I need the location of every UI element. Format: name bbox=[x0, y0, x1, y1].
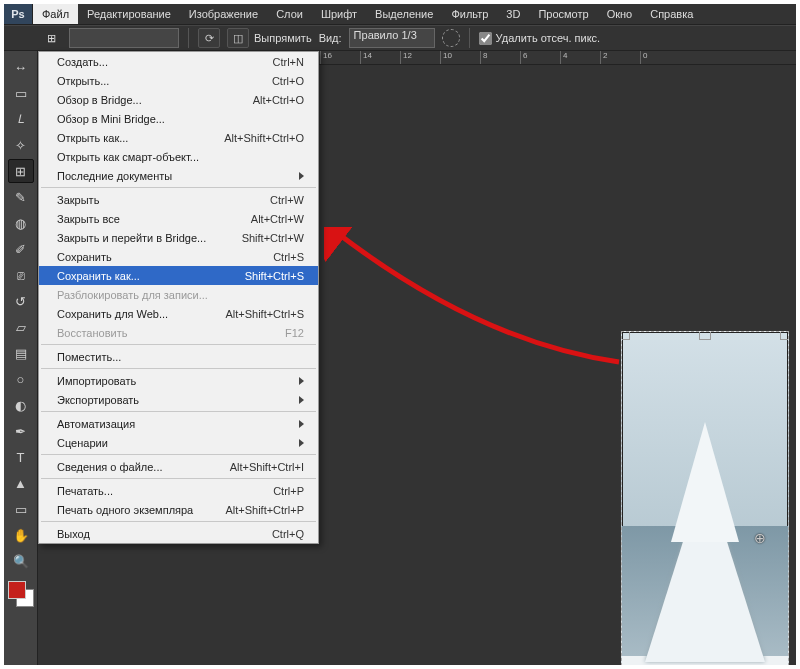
menu-шрифт[interactable]: Шрифт bbox=[312, 4, 366, 24]
app-window: Ps ФайлРедактированиеИзображениеСлоиШриф… bbox=[4, 4, 796, 665]
menu-item-label: Печатать... bbox=[57, 485, 273, 497]
settings-gear-icon[interactable] bbox=[442, 29, 460, 47]
menubar: Ps ФайлРедактированиеИзображениеСлоиШриф… bbox=[4, 4, 796, 25]
submenu-arrow-icon bbox=[299, 396, 304, 404]
menu-item-shortcut: Alt+Shift+Ctrl+I bbox=[230, 461, 304, 473]
file-menu-item[interactable]: Печатать...Ctrl+P bbox=[39, 481, 318, 500]
menu-item-shortcut: Alt+Ctrl+W bbox=[251, 213, 304, 225]
move-tool[interactable]: ↔ bbox=[8, 55, 34, 79]
delete-cropped-checkbox[interactable]: Удалить отсеч. пикс. bbox=[479, 32, 601, 45]
menu-item-shortcut: Ctrl+P bbox=[273, 485, 304, 497]
lasso-tool[interactable]: 𝘓 bbox=[8, 107, 34, 131]
workspace: ↔▭𝘓✧⊞✎◍✐⎚↺▱▤○◐✒T▲▭✋🔍 1614121086420 Созда… bbox=[4, 51, 796, 665]
straighten-icon[interactable]: ◫ bbox=[227, 28, 249, 48]
file-menu-item[interactable]: Сведения о файле...Alt+Shift+Ctrl+I bbox=[39, 457, 318, 476]
menu-item-label: Открыть как смарт-объект... bbox=[57, 151, 304, 163]
tool-panel: ↔▭𝘓✧⊞✎◍✐⎚↺▱▤○◐✒T▲▭✋🔍 bbox=[4, 51, 38, 665]
menu-фильтр[interactable]: Фильтр bbox=[442, 4, 497, 24]
submenu-arrow-icon bbox=[299, 420, 304, 428]
shape-tool[interactable]: ▭ bbox=[8, 497, 34, 521]
menu-изображение[interactable]: Изображение bbox=[180, 4, 267, 24]
menu-выделение[interactable]: Выделение bbox=[366, 4, 442, 24]
crop-tool[interactable]: ⊞ bbox=[8, 159, 34, 183]
menu-item-label: Открыть как... bbox=[57, 132, 224, 144]
crop-handle-top[interactable] bbox=[699, 331, 711, 340]
gradient-tool[interactable]: ▤ bbox=[8, 341, 34, 365]
file-menu-item: ВосстановитьF12 bbox=[39, 323, 318, 342]
file-menu-item[interactable]: Открыть...Ctrl+O bbox=[39, 71, 318, 90]
path-select-tool[interactable]: ▲ bbox=[8, 471, 34, 495]
annotation-arrow bbox=[324, 227, 624, 402]
file-menu-item[interactable]: Поместить... bbox=[39, 347, 318, 366]
menu-item-label: Закрыть bbox=[57, 194, 270, 206]
canvas-document[interactable]: ⊕ bbox=[621, 331, 789, 665]
file-menu-item[interactable]: Закрыть и перейти в Bridge...Shift+Ctrl+… bbox=[39, 228, 318, 247]
menu-слои[interactable]: Слои bbox=[267, 4, 312, 24]
history-brush-tool[interactable]: ↺ bbox=[8, 289, 34, 313]
view-label: Вид: bbox=[319, 32, 342, 44]
ruler-tick: 8 bbox=[480, 51, 520, 64]
file-menu-item[interactable]: Закрыть всеAlt+Ctrl+W bbox=[39, 209, 318, 228]
menu-item-shortcut: Ctrl+N bbox=[273, 56, 304, 68]
file-menu-item[interactable]: Импортировать bbox=[39, 371, 318, 390]
hand-tool[interactable]: ✋ bbox=[8, 523, 34, 547]
menu-item-label: Обзор в Bridge... bbox=[57, 94, 253, 106]
file-menu-item[interactable]: Обзор в Bridge...Alt+Ctrl+O bbox=[39, 90, 318, 109]
menu-справка[interactable]: Справка bbox=[641, 4, 702, 24]
file-menu-item[interactable]: Создать...Ctrl+N bbox=[39, 52, 318, 71]
file-menu-item[interactable]: Обзор в Mini Bridge... bbox=[39, 109, 318, 128]
color-swatches[interactable] bbox=[8, 581, 34, 607]
menu-item-label: Разблокировать для записи... bbox=[57, 289, 304, 301]
file-menu-item[interactable]: СохранитьCtrl+S bbox=[39, 247, 318, 266]
file-menu-item[interactable]: Экспортировать bbox=[39, 390, 318, 409]
crop-handle-top-right[interactable] bbox=[780, 331, 789, 340]
menu-item-shortcut: F12 bbox=[285, 327, 304, 339]
magic-wand-tool[interactable]: ✧ bbox=[8, 133, 34, 157]
menu-item-shortcut: Alt+Shift+Ctrl+O bbox=[224, 132, 304, 144]
menu-3d[interactable]: 3D bbox=[497, 4, 529, 24]
menu-item-label: Поместить... bbox=[57, 351, 304, 363]
file-menu-item[interactable]: ЗакрытьCtrl+W bbox=[39, 190, 318, 209]
zoom-tool[interactable]: 🔍 bbox=[8, 549, 34, 573]
stamp-tool[interactable]: ⎚ bbox=[8, 263, 34, 287]
eraser-tool[interactable]: ▱ bbox=[8, 315, 34, 339]
menu-файл[interactable]: Файл bbox=[33, 4, 78, 24]
dodge-tool[interactable]: ◐ bbox=[8, 393, 34, 417]
file-menu-item[interactable]: Открыть как смарт-объект... bbox=[39, 147, 318, 166]
delete-cropped-check[interactable] bbox=[479, 32, 492, 45]
file-menu-item[interactable]: Печать одного экземпляраAlt+Shift+Ctrl+P bbox=[39, 500, 318, 519]
menu-редактирование[interactable]: Редактирование bbox=[78, 4, 180, 24]
submenu-arrow-icon bbox=[299, 439, 304, 447]
preset-select[interactable] bbox=[69, 28, 179, 48]
menu-окно[interactable]: Окно bbox=[598, 4, 642, 24]
pen-tool[interactable]: ✒ bbox=[8, 419, 34, 443]
view-select[interactable]: Правило 1/3 bbox=[349, 28, 435, 48]
ruler-tick: 2 bbox=[600, 51, 640, 64]
menu-item-shortcut: Alt+Shift+Ctrl+P bbox=[225, 504, 304, 516]
ruler-tick: 10 bbox=[440, 51, 480, 64]
type-tool[interactable]: T bbox=[8, 445, 34, 469]
menu-просмотр[interactable]: Просмотр bbox=[529, 4, 597, 24]
menu-item-label: Открыть... bbox=[57, 75, 272, 87]
options-bar: ⊞ ⟳ ◫ Выпрямить Вид: Правило 1/3 Удалить… bbox=[4, 25, 796, 51]
menu-item-shortcut: Ctrl+Q bbox=[272, 528, 304, 540]
file-menu-item[interactable]: ВыходCtrl+Q bbox=[39, 524, 318, 543]
menu-item-label: Сохранить bbox=[57, 251, 273, 263]
submenu-arrow-icon bbox=[299, 377, 304, 385]
rotate-icon[interactable]: ⟳ bbox=[198, 28, 220, 48]
healing-brush-tool[interactable]: ◍ bbox=[8, 211, 34, 235]
file-menu-item[interactable]: Сохранить как...Shift+Ctrl+S bbox=[39, 266, 318, 285]
menu-item-shortcut: Ctrl+O bbox=[272, 75, 304, 87]
blur-tool[interactable]: ○ bbox=[8, 367, 34, 391]
brush-tool[interactable]: ✐ bbox=[8, 237, 34, 261]
file-menu-item[interactable]: Открыть как...Alt+Shift+Ctrl+O bbox=[39, 128, 318, 147]
file-menu-item[interactable]: Сохранить для Web...Alt+Shift+Ctrl+S bbox=[39, 304, 318, 323]
file-menu-item[interactable]: Сценарии bbox=[39, 433, 318, 452]
menu-item-label: Сведения о файле... bbox=[57, 461, 230, 473]
crop-handle-top-left[interactable] bbox=[621, 331, 630, 340]
eyedropper-tool[interactable]: ✎ bbox=[8, 185, 34, 209]
file-menu-item[interactable]: Последние документы bbox=[39, 166, 318, 185]
menu-item-label: Закрыть и перейти в Bridge... bbox=[57, 232, 242, 244]
file-menu-item[interactable]: Автоматизация bbox=[39, 414, 318, 433]
marquee-tool[interactable]: ▭ bbox=[8, 81, 34, 105]
